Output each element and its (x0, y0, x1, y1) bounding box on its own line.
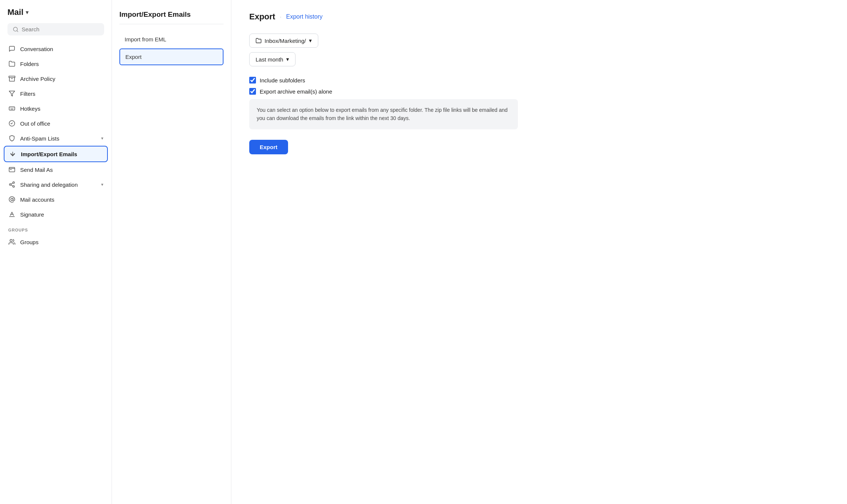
shield-icon (8, 135, 16, 142)
sidebar-item-label: Hotkeys (20, 105, 40, 112)
sidebar-item-mail-accounts[interactable]: Mail accounts (4, 192, 108, 207)
export-archive-label[interactable]: Export archive email(s) alone (260, 88, 332, 95)
sidebar-item-label: Out of office (20, 120, 50, 127)
sidebar-item-conversation[interactable]: Conversation (4, 41, 108, 56)
include-subfolders-checkbox[interactable] (249, 77, 256, 84)
sidebar-item-label: Filters (20, 91, 35, 97)
at-icon (8, 196, 16, 203)
date-dropdown-chevron: ▾ (286, 56, 289, 63)
folder-dropdown-value: Inbox/Marketing/ (265, 38, 306, 44)
dropdowns-area: Inbox/Marketing/ ▾ Last month ▾ (249, 34, 829, 71)
search-box[interactable] (7, 23, 104, 35)
sidebar: Mail ▾ Conversation Folders (0, 0, 112, 504)
include-subfolders-label[interactable]: Include subfolders (260, 77, 305, 84)
sidebar-item-signature[interactable]: Signature (4, 207, 108, 222)
sidebar-item-label: Mail accounts (20, 196, 54, 203)
middle-panel: Import/Export Emails Import from EML Exp… (112, 0, 231, 504)
search-icon (13, 26, 19, 32)
sidebar-item-out-of-office[interactable]: Out of office (4, 116, 108, 131)
svg-rect-2 (9, 76, 15, 78)
sidebar-item-label: Folders (20, 61, 39, 67)
export-button[interactable]: Export (249, 140, 288, 154)
svg-line-1 (17, 31, 18, 32)
folder-icon (8, 60, 16, 67)
group-icon (8, 238, 16, 246)
date-dropdown-value: Last month (256, 56, 283, 63)
search-input[interactable] (22, 26, 99, 32)
export-archive-row: Export archive email(s) alone (249, 88, 829, 95)
hotkey-icon (8, 105, 16, 112)
header-separator: · (280, 13, 282, 21)
middle-item-import-eml[interactable]: Import from EML (119, 32, 224, 47)
main-header: Export · Export history (249, 12, 829, 22)
sidebar-item-label: Send Mail As (20, 167, 53, 173)
transfer-icon (9, 150, 16, 158)
sidebar-item-send-mail-as[interactable]: Send Mail As (4, 162, 108, 177)
sidebar-item-folders[interactable]: Folders (4, 56, 108, 71)
sidebar-item-anti-spam[interactable]: Anti-Spam Lists ▾ (4, 131, 108, 146)
app-title[interactable]: Mail ▾ (7, 7, 104, 17)
date-dropdown[interactable]: Last month ▾ (249, 52, 296, 66)
sidebar-item-label: Anti-Spam Lists (20, 135, 59, 142)
svg-line-15 (11, 183, 13, 184)
archive-icon (8, 75, 16, 82)
sidebar-item-label: Sharing and delegation (20, 182, 78, 188)
middle-item-export[interactable]: Export (119, 48, 224, 65)
sidebar-header: Mail ▾ (0, 7, 112, 41)
nav-list: Conversation Folders Archive Policy Filt… (0, 41, 112, 222)
filter-icon (8, 90, 16, 97)
groups-section-label: GROUPS (0, 222, 112, 234)
sidebar-item-archive-policy[interactable]: Archive Policy (4, 71, 108, 86)
main-title: Export (249, 12, 275, 22)
sidebar-item-hotkeys[interactable]: Hotkeys (4, 101, 108, 116)
export-history-link[interactable]: Export history (286, 13, 323, 20)
folder-dropdown-icon (256, 38, 262, 44)
sidebar-item-label: Signature (20, 211, 44, 218)
chat-icon (8, 45, 16, 53)
middle-panel-title: Import/Export Emails (119, 10, 224, 24)
main-content: Export · Export history Inbox/Marketing/… (231, 0, 847, 504)
export-archive-checkbox[interactable] (249, 88, 256, 95)
sendas-icon (8, 166, 16, 173)
svg-line-14 (11, 185, 13, 186)
signature-icon (8, 211, 16, 218)
ooo-icon (8, 120, 16, 127)
sidebar-item-filters[interactable]: Filters (4, 86, 108, 101)
chevron-down-icon: ▾ (101, 136, 103, 141)
groups-nav-list: Groups (0, 234, 112, 249)
svg-point-19 (10, 239, 12, 242)
folder-dropdown[interactable]: Inbox/Marketing/ ▾ (249, 34, 318, 48)
sidebar-item-label: Groups (20, 239, 38, 245)
info-box: You can select an option below to export… (249, 99, 518, 129)
chevron-down-icon: ▾ (101, 182, 103, 187)
folder-dropdown-chevron: ▾ (309, 37, 312, 44)
sidebar-item-import-export[interactable]: Import/Export Emails (4, 146, 108, 162)
sidebar-item-sharing[interactable]: Sharing and delegation ▾ (4, 177, 108, 192)
include-subfolders-row: Include subfolders (249, 77, 829, 84)
app-title-text: Mail (7, 7, 24, 17)
sidebar-item-label: Archive Policy (20, 76, 55, 82)
share-icon (8, 181, 16, 188)
svg-point-16 (11, 198, 13, 201)
sidebar-item-label: Conversation (20, 46, 53, 52)
svg-marker-4 (9, 91, 15, 96)
sidebar-item-label: Import/Export Emails (21, 151, 77, 157)
app-title-chevron: ▾ (26, 9, 28, 15)
svg-rect-5 (9, 107, 15, 110)
sidebar-item-groups[interactable]: Groups (4, 234, 108, 249)
